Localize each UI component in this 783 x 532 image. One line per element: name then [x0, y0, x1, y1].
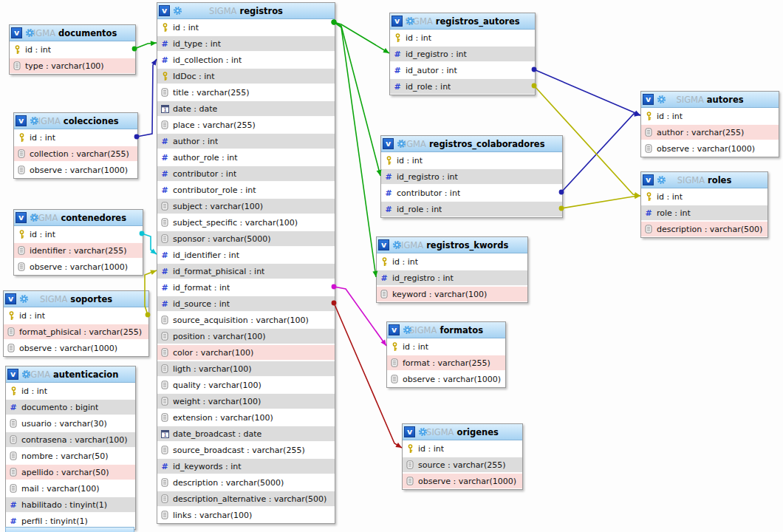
table-formatos[interactable]: vSIGMAformatosid : intformat : varchar(2… — [386, 321, 506, 388]
column-row-origenes-source[interactable]: source : varchar(255) — [403, 457, 522, 473]
table-registros_colaboradores[interactable]: vSIGMAregistros_colaboradoresid : int#id… — [380, 135, 563, 218]
relationship-registros.id-to-registros_kwords.id_registro[interactable] — [332, 20, 378, 277]
column-row-registros-id_keywords[interactable]: #id_keywords : int — [157, 458, 335, 474]
column-row-registros-source_broadcast[interactable]: source_broadcast : varchar(255) — [157, 442, 335, 458]
eer-diagram-canvas[interactable]: vSIGMAdocumentosid : inttype : varchar(1… — [0, 0, 783, 532]
column-row-registros-color[interactable]: color : varchar(100) — [157, 344, 335, 361]
column-row-registros-contributor[interactable]: #contributor : int — [157, 166, 335, 182]
column-row-colecciones-observe[interactable]: observe : varchar(1000) — [14, 162, 137, 178]
column-row-registros-position[interactable]: position : varchar(100) — [157, 328, 335, 344]
table-header-autores[interactable]: vSIGMAautores — [641, 92, 779, 108]
column-row-autenticacion-documento[interactable]: #documento : bigint — [6, 399, 135, 415]
table-registros_kwords[interactable]: vSIGMAregistros_kwordsid : int#id_regist… — [376, 236, 528, 303]
column-row-registros_autores-id_autor[interactable]: #id_autor : int — [390, 62, 535, 78]
table-header-origenes[interactable]: vSIGMAorigenes — [403, 424, 522, 440]
column-row-registros-subject[interactable]: subject : varchar(100) — [157, 198, 335, 214]
column-row-registros-author_role[interactable]: #author_role : int — [157, 149, 335, 166]
column-row-registros-id_format[interactable]: #id_format : int — [157, 279, 335, 296]
column-row-soportes-id[interactable]: id : int — [4, 307, 148, 324]
column-row-roles-role[interactable]: #role : int — [641, 205, 767, 221]
column-row-registros-id_identifier[interactable]: #id_identifier : int — [157, 247, 335, 263]
column-row-registros-date[interactable]: 1date : date — [157, 100, 335, 117]
column-row-registros-extension[interactable]: extension : varchar(100) — [157, 409, 335, 426]
column-row-formatos-id[interactable]: id : int — [387, 338, 505, 355]
clipped-table-header[interactable] — [5, 527, 134, 532]
column-row-origenes-id[interactable]: id : int — [403, 440, 522, 457]
table-header-registros_autores[interactable]: vSIGMAregistros_autores — [390, 13, 535, 30]
column-row-registros-links[interactable]: links : varchar(100) — [157, 507, 335, 523]
column-row-registros-author[interactable]: #author : int — [157, 133, 335, 149]
column-row-registros-id_source[interactable]: #id_source : int — [157, 296, 335, 312]
column-row-registros-date_broadcast[interactable]: 1date_broadcast : date — [157, 426, 335, 442]
column-row-registros-title[interactable]: title : varchar(255) — [157, 84, 335, 100]
column-row-registros_colaboradores-contributor[interactable]: #contributor : int — [381, 185, 562, 201]
column-row-colecciones-collection[interactable]: collection : varchar(255) — [14, 146, 137, 162]
table-header-registros_kwords[interactable]: vSIGMAregistros_kwords — [377, 237, 527, 253]
column-row-registros-sponsor[interactable]: sponsor : varchar(5000) — [157, 231, 335, 247]
column-row-origenes-observe[interactable]: observe : varchar(1000) — [403, 473, 522, 489]
table-header-autenticacion[interactable]: vSIGMAautenticacion — [6, 366, 135, 383]
column-row-autenticacion-nombre[interactable]: nombre : varchar(50) — [6, 448, 135, 464]
column-row-registros-description[interactable]: description : varchar(5000) — [157, 474, 335, 491]
column-row-autenticacion-usuario[interactable]: usuario : varchar(30) — [6, 415, 135, 432]
column-row-registros-place[interactable]: place : varchar(255) — [157, 117, 335, 133]
column-row-registros_autores-id_registro[interactable]: #id_registro : int — [390, 46, 535, 62]
relationship-registros_autores.id_autor-to-autores.id[interactable] — [532, 67, 640, 115]
table-header-contenedores[interactable]: vSIGMAcontenedores — [14, 210, 143, 226]
relationship-registros.id-to-registros_colaboradores.id_registro[interactable] — [332, 20, 382, 176]
table-header-registros_colaboradores[interactable]: vSIGMAregistros_colaboradores — [381, 136, 562, 152]
column-row-contenedores-id[interactable]: id : int — [14, 226, 143, 242]
table-header-documentos[interactable]: vSIGMAdocumentos — [10, 25, 135, 41]
table-header-soportes[interactable]: vSIGMAsoportes — [4, 291, 148, 307]
table-autores[interactable]: vSIGMAautoresid : intauthor : varchar(25… — [640, 91, 779, 157]
column-row-registros_kwords-keyword[interactable]: keyword : varchar(100) — [377, 286, 527, 302]
relationship-registros_colaboradores.id_role-to-roles.id[interactable] — [559, 194, 640, 211]
column-row-registros-ligth[interactable]: ligth : varchar(100) — [157, 361, 335, 377]
table-header-formatos[interactable]: vSIGMAformatos — [387, 322, 505, 338]
column-row-documentos-id[interactable]: id : int — [10, 41, 135, 58]
column-row-colecciones-id[interactable]: id : int — [14, 129, 137, 146]
column-row-autores-id[interactable]: id : int — [641, 108, 779, 124]
column-row-registros_kwords-id[interactable]: id : int — [377, 253, 527, 270]
column-row-formatos-format[interactable]: format : varchar(255) — [387, 355, 505, 371]
table-header-roles[interactable]: vSIGMAroles — [641, 172, 767, 188]
table-header-registros[interactable]: vSIGMAregistros — [157, 3, 335, 19]
column-row-autores-author[interactable]: author : varchar(255) — [641, 124, 779, 140]
table-autenticacion[interactable]: vSIGMAautenticacionid : int#documento : … — [5, 366, 136, 530]
column-row-soportes-format_phisical[interactable]: format_phisical : varchar(255) — [4, 324, 148, 340]
column-row-registros-contributor_role[interactable]: #contributor_role : int — [157, 182, 335, 198]
column-row-registros_colaboradores-id[interactable]: id : int — [381, 152, 562, 168]
column-row-autenticacion-habilitado[interactable]: #habilitado : tinyint(1) — [6, 497, 135, 513]
column-row-roles-description[interactable]: description : varchar(500) — [641, 221, 767, 237]
table-contenedores[interactable]: vSIGMAcontenedoresid : intidentifier : v… — [13, 209, 143, 276]
column-row-registros-IdDoc[interactable]: IdDoc : int — [157, 68, 335, 84]
column-row-registros_kwords-id_registro[interactable]: #id_registro : int — [377, 270, 527, 286]
column-row-autores-observe[interactable]: observe : varchar(1000) — [641, 140, 779, 157]
column-row-registros_colaboradores-id_role[interactable]: #id_role : int — [381, 201, 562, 217]
table-origenes[interactable]: vSIGMAorigenesid : intsource : varchar(2… — [402, 423, 523, 490]
column-row-registros-source_acquisition[interactable]: source_acquisition : varchar(100) — [157, 312, 335, 328]
table-roles[interactable]: vSIGMArolesid : int#role : intdescriptio… — [640, 171, 768, 238]
column-row-registros_autores-id_role[interactable]: #id_role : int — [390, 78, 535, 95]
column-row-registros_autores-id[interactable]: id : int — [390, 30, 535, 46]
table-registros[interactable]: vSIGMAregistrosid : int#id_type : int#id… — [157, 2, 335, 524]
table-documentos[interactable]: vSIGMAdocumentosid : inttype : varchar(1… — [9, 24, 136, 75]
column-row-contenedores-identifier[interactable]: identifier : varchar(255) — [14, 242, 143, 259]
relationship-registros_colaboradores.contributor-to-autores.id[interactable] — [559, 112, 640, 195]
column-row-roles-id[interactable]: id : int — [641, 188, 767, 205]
column-row-documentos-type[interactable]: type : varchar(100) — [10, 58, 135, 74]
column-row-autenticacion-mail[interactable]: mail : varchar(100) — [6, 480, 135, 497]
column-row-registros-description_alternative[interactable]: description_alternative : varchar(500) — [157, 491, 335, 507]
column-row-registros-id_type[interactable]: #id_type : int — [157, 35, 335, 52]
column-row-registros-weight[interactable]: weight : varchar(100) — [157, 393, 335, 409]
column-row-autenticacion-id[interactable]: id : int — [6, 383, 135, 399]
column-row-registros-quality[interactable]: quality : varchar(100) — [157, 377, 335, 393]
column-row-autenticacion-contrasena[interactable]: contrasena : varchar(100) — [6, 432, 135, 448]
table-soportes[interactable]: vSIGMAsoportesid : intformat_phisical : … — [3, 290, 149, 357]
column-row-soportes-observe[interactable]: observe : varchar(1000) — [4, 340, 148, 356]
column-row-formatos-observe[interactable]: observe : varchar(1000) — [387, 371, 505, 387]
column-row-registros-id_format_phisical[interactable]: #id_format_phisical : int — [157, 263, 335, 279]
column-row-registros-id[interactable]: id : int — [157, 19, 335, 35]
table-colecciones[interactable]: vSIGMAcoleccionesid : intcollection : va… — [13, 112, 138, 179]
column-row-contenedores-observe[interactable]: observe : varchar(1000) — [14, 259, 143, 275]
